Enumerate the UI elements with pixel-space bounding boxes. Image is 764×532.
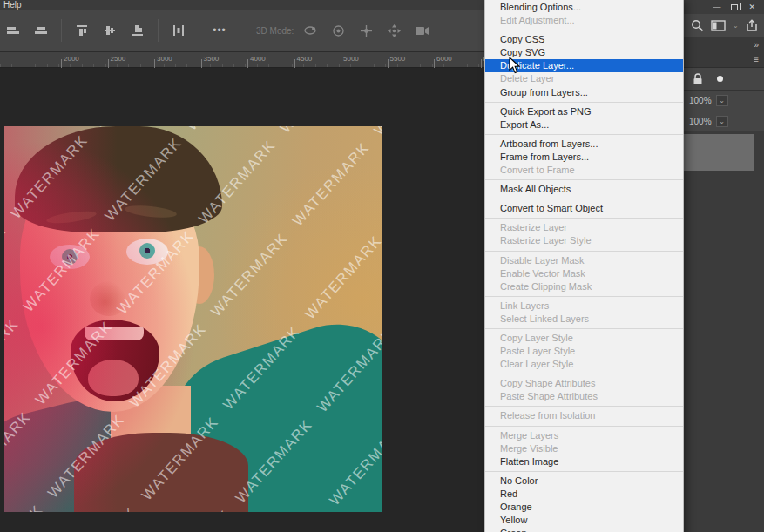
menu-item-blending-options[interactable]: Blending Options... [485,1,683,14]
menu-item-disable-layer-mask: Disable Layer Mask [485,254,683,267]
fill-indicator-icon[interactable] [717,76,723,82]
fill-value[interactable]: 100% [689,117,712,126]
menu-item-copy-css[interactable]: Copy CSS [485,33,683,46]
ruler-tick-label: 5000 [343,55,359,63]
ruler-tick-mark [434,59,435,68]
right-panel: — ✕ ⌄ » ≡ 100% [684,0,764,532]
menu-item-edit-adjustment: Edit Adjustment... [485,14,683,27]
menu-group: No ColorRedOrangeYellowGreenBlue [485,471,683,532]
menu-group: Copy Layer StylePaste Layer StyleClear L… [485,328,683,374]
ruler-tick-mark [108,59,109,68]
ruler-tick-label: 2000 [64,55,79,63]
menu-item-convert-to-smart-object[interactable]: Convert to Smart Object [485,202,683,215]
menu-item-paste-shape-attributes: Paste Shape Attributes [485,390,683,403]
minimize-button[interactable]: — [713,3,720,11]
menu-group: Blending Options...Edit Adjustment... [485,0,683,30]
ruler-tick-label: 3000 [157,55,172,63]
menu-group: Rasterize LayerRasterize Layer Style [485,218,683,250]
lock-icon[interactable] [693,73,703,85]
ruler-tick-mark [341,59,341,68]
menu-item-frame-from-layers[interactable]: Frame from Layers... [485,151,683,164]
toolbar-separator [240,19,240,42]
ruler-tick-label: 2500 [111,55,126,63]
ruler-tick-mark [61,59,62,68]
menu-item-paste-layer-style: Paste Layer Style [485,345,683,358]
menu-group: Artboard from Layers...Frame from Layers… [485,134,683,179]
menu-group: Release from Isolation [485,406,683,425]
menu-item-clear-layer-style: Clear Layer Style [485,358,683,371]
more-options-icon[interactable]: ••• [208,21,231,40]
fill-dropdown-icon[interactable]: ⌄ [716,116,728,127]
photoshop-app: Help ••• 3D Mode: [0,0,764,532]
ruler-tick-mark [388,59,389,68]
3d-mode-label: 3D Mode: [256,26,294,36]
menu-item-group-from-layers[interactable]: Group from Layers... [485,86,683,99]
menu-item-merge-visible: Merge Visible [485,442,683,455]
menu-item-merge-layers: Merge Layers [485,429,683,442]
align-bottom-icon[interactable] [126,21,149,40]
menu-item-flatten-image[interactable]: Flatten Image [485,455,683,468]
menu-item-mask-all-objects[interactable]: Mask All Objects [485,183,683,196]
3d-pan-icon [355,21,377,40]
align-left-icon[interactable] [2,21,24,40]
fill-row: 100% ⌄ [684,111,764,131]
menu-item-export-as[interactable]: Export As... [485,118,683,131]
search-icon[interactable] [691,19,704,32]
opacity-dropdown-icon[interactable]: ⌄ [716,95,728,106]
layer-context-menu: Blending Options...Edit Adjustment...Cop… [484,0,684,532]
menu-item-rasterize-layer: Rasterize Layer [485,221,683,234]
menu-group: Link LayersSelect Linked Layers [485,296,683,328]
layer-lock-row [684,67,764,90]
menu-group: Convert to Smart Object [485,199,683,218]
panel-toolbar: ⌄ [684,14,764,37]
opacity-value[interactable]: 100% [689,96,712,105]
menu-group: Quick Export as PNGExport As... [485,102,683,134]
distribute-icon[interactable] [167,21,190,40]
panel-menu-icon[interactable]: ≡ [754,55,759,64]
menu-item-enable-vector-mask: Enable Vector Mask [485,267,683,280]
menu-item-release-from-isolation: Release from Isolation [485,409,683,422]
menu-item-no-color[interactable]: No Color [485,475,683,488]
ruler-tick-label: 5500 [390,55,406,63]
ruler-tick-label: 4000 [250,55,266,63]
menu-item-red[interactable]: Red [485,488,683,501]
workspace-chevron-icon[interactable]: ⌄ [733,22,739,30]
menu-item-copy-shape-attributes: Copy Shape Attributes [485,377,683,390]
3d-roll-icon [327,21,349,40]
3d-camera-icon [410,21,433,40]
ruler-tick-label: 6000 [436,55,452,63]
restore-button[interactable] [731,4,738,10]
align-middle-icon[interactable] [98,21,121,40]
ruler-tick-mark [247,59,248,68]
menu-item-yellow[interactable]: Yellow [485,514,683,527]
ruler-tick-mark [154,59,155,68]
opacity-row: 100% ⌄ [684,90,764,111]
panel-collapse-strip: » [684,37,764,52]
menu-item-create-clipping-mask: Create Clipping Mask [485,280,683,293]
workspace-icon[interactable] [711,20,726,31]
share-icon[interactable] [746,19,758,32]
3d-slide-icon [382,21,405,40]
3d-orbit-icon [299,21,321,40]
menu-group: Disable Layer MaskEnable Vector MaskCrea… [485,251,683,296]
menu-item-copy-layer-style: Copy Layer Style [485,332,683,345]
menu-help[interactable]: Help [3,0,22,10]
menu-item-orange[interactable]: Orange [485,501,683,514]
close-button[interactable]: ✕ [748,3,755,11]
panel-menu-strip: ≡ [684,52,764,67]
menu-item-green[interactable]: Green [485,527,683,532]
menu-group: Mask All Objects [485,179,683,199]
align-top-icon[interactable] [71,21,93,40]
align-center-icon[interactable] [30,21,52,40]
ruler-tick-mark [201,59,202,68]
toolbar-separator [158,19,159,42]
photo-layer[interactable]: WATERMARKWATERMARKWATERMARKWATERMARKWATE… [4,126,382,512]
toolbar-separator [199,19,199,42]
menu-item-convert-to-frame: Convert to Frame [485,164,683,177]
menu-item-artboard-from-layers[interactable]: Artboard from Layers... [485,138,683,151]
menu-item-quick-export-as-png[interactable]: Quick Export as PNG [485,105,683,118]
menu-group: Copy Shape AttributesPaste Shape Attribu… [485,374,683,406]
ruler-tick-label: 3500 [204,55,220,63]
collapse-panel-icon[interactable]: » [754,40,759,50]
panel-section-block [684,134,754,171]
